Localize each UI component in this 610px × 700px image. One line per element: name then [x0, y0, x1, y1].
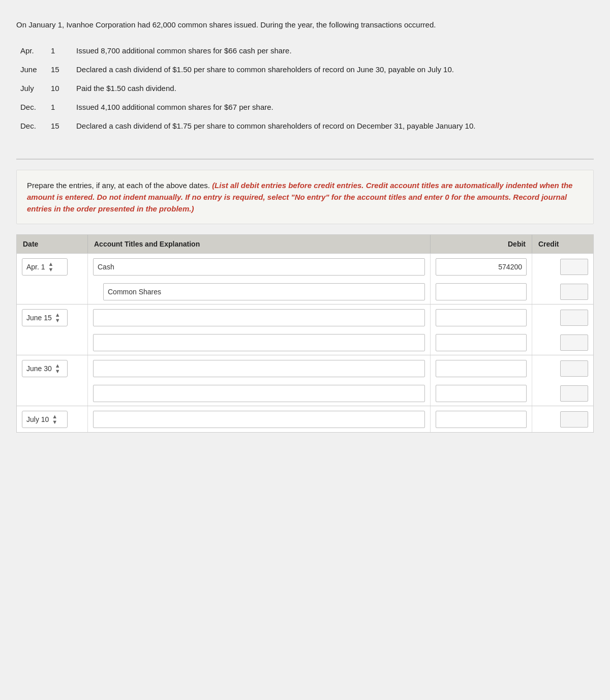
date-select-label-june15: June 15 — [26, 314, 52, 322]
credit-cell-july10[interactable] — [532, 406, 593, 432]
page: On January 1, Ivanhoe Corporation had 62… — [0, 0, 610, 700]
account-cell-apr1-commonshares[interactable] — [88, 280, 431, 304]
txn-desc-2: Declared a cash dividend of $1.50 per sh… — [72, 60, 594, 79]
date-cell-apr1: Apr. 1 ▲ ▼ — [17, 254, 88, 280]
credit-cell-june15-2[interactable] — [532, 330, 593, 355]
debit-input-apr1-commonshares[interactable] — [436, 283, 527, 300]
account-cell-june30-2[interactable] — [88, 381, 431, 406]
date-cell-apr1-empty — [17, 280, 88, 304]
account-input-apr1-commonshares[interactable] — [103, 283, 425, 300]
transaction-row-1: Apr. 1 Issued 8,700 additional common sh… — [16, 41, 594, 60]
credit-cell-june30-1[interactable] — [532, 355, 593, 381]
debit-input-june15-2[interactable] — [436, 334, 527, 351]
transaction-row-5: Dec. 15 Declared a cash dividend of $1.7… — [16, 116, 594, 135]
txn-day-3: 10 — [47, 79, 72, 98]
txn-month-3: July — [16, 79, 47, 98]
header-date: Date — [17, 235, 88, 253]
date-select-label-june30: June 30 — [26, 364, 52, 373]
credit-cell-june30-2[interactable] — [532, 381, 593, 406]
date-cell-june30-empty — [17, 381, 88, 406]
journal-row-june30-2 — [17, 381, 593, 406]
txn-desc-5: Declared a cash dividend of $1.75 per sh… — [72, 116, 594, 135]
debit-cell-apr1-commonshares[interactable] — [431, 280, 532, 304]
credit-cell-apr1-commonshares[interactable] — [532, 280, 593, 304]
date-select-label-july10: July 10 — [26, 415, 49, 423]
credit-box-apr1-commonshares — [560, 284, 588, 300]
txn-month-2: June — [16, 60, 47, 79]
account-input-june30-1[interactable] — [93, 360, 425, 377]
credit-box-june15-1 — [560, 310, 588, 326]
journal-header: Date Account Titles and Explanation Debi… — [17, 235, 593, 253]
txn-month-5: Dec. — [16, 116, 47, 135]
date-arrows-apr1: ▲ ▼ — [48, 261, 54, 272]
txn-day-1: 1 — [47, 41, 72, 60]
date-select-june30[interactable]: June 30 ▲ ▼ — [22, 360, 68, 377]
debit-cell-june15-2[interactable] — [431, 330, 532, 355]
credit-cell-june15-1[interactable] — [532, 305, 593, 330]
date-select-june15[interactable]: June 15 ▲ ▼ — [22, 309, 68, 326]
account-input-june15-2[interactable] — [93, 334, 425, 351]
txn-day-4: 1 — [47, 98, 72, 116]
debit-cell-june15-1[interactable] — [431, 305, 532, 330]
debit-input-july10[interactable] — [436, 411, 527, 428]
txn-day-5: 15 — [47, 116, 72, 135]
header-debit: Debit — [431, 235, 532, 253]
section-divider — [16, 159, 594, 160]
debit-cell-june30-1[interactable] — [431, 355, 532, 381]
account-cell-apr1-cash[interactable] — [88, 254, 431, 280]
txn-desc-3: Paid the $1.50 cash dividend. — [72, 79, 594, 98]
txn-desc-4: Issued 4,100 additional common shares fo… — [72, 98, 594, 116]
txn-month-1: Apr. — [16, 41, 47, 60]
header-credit: Credit — [532, 235, 593, 253]
instructions-prefix: Prepare the entries, if any, at each of … — [27, 181, 210, 190]
credit-box-june30-1 — [560, 360, 588, 377]
journal-row-june30-1: June 30 ▲ ▼ — [17, 355, 593, 381]
date-select-label-apr1: Apr. 1 — [26, 263, 45, 271]
journal-row-june15-2 — [17, 330, 593, 355]
transactions-table: Apr. 1 Issued 8,700 additional common sh… — [16, 41, 594, 135]
account-input-apr1-cash[interactable] — [93, 258, 425, 276]
debit-input-apr1-cash[interactable] — [436, 258, 527, 276]
credit-cell-apr1-cash[interactable] — [532, 254, 593, 280]
account-input-july10[interactable] — [93, 411, 425, 428]
date-select-july10[interactable]: July 10 ▲ ▼ — [22, 411, 68, 428]
instructions-text: Prepare the entries, if any, at each of … — [27, 179, 583, 215]
credit-box-july10 — [560, 411, 588, 428]
intro-box: On January 1, Ivanhoe Corporation had 62… — [16, 14, 594, 148]
credit-box-june30-2 — [560, 385, 588, 402]
debit-input-june30-1[interactable] — [436, 360, 527, 377]
date-select-apr1[interactable]: Apr. 1 ▲ ▼ — [22, 258, 68, 276]
header-account: Account Titles and Explanation — [88, 235, 431, 253]
date-arrows-june15: ▲ ▼ — [55, 312, 60, 323]
txn-desc-1: Issued 8,700 additional common shares fo… — [72, 41, 594, 60]
account-cell-july10[interactable] — [88, 406, 431, 432]
credit-box-june15-2 — [560, 334, 588, 351]
journal-table: Date Account Titles and Explanation Debi… — [16, 234, 594, 433]
instructions-box: Prepare the entries, if any, at each of … — [16, 170, 594, 225]
date-cell-june15-empty — [17, 330, 88, 355]
date-cell-june30: June 30 ▲ ▼ — [17, 355, 88, 381]
debit-cell-june30-2[interactable] — [431, 381, 532, 406]
account-cell-june15-2[interactable] — [88, 330, 431, 355]
date-cell-july10: July 10 ▲ ▼ — [17, 406, 88, 432]
intro-text: On January 1, Ivanhoe Corporation had 62… — [16, 19, 594, 31]
credit-box-apr1-cash — [560, 259, 588, 275]
date-cell-june15: June 15 ▲ ▼ — [17, 305, 88, 330]
transaction-row-3: July 10 Paid the $1.50 cash dividend. — [16, 79, 594, 98]
account-cell-june15-1[interactable] — [88, 305, 431, 330]
date-arrows-july10: ▲ ▼ — [52, 414, 57, 425]
debit-cell-apr1-cash[interactable] — [431, 254, 532, 280]
journal-row-apr1-cash: Apr. 1 ▲ ▼ — [17, 253, 593, 280]
account-cell-june30-1[interactable] — [88, 355, 431, 381]
debit-input-june15-1[interactable] — [436, 309, 527, 326]
journal-row-july10: July 10 ▲ ▼ — [17, 406, 593, 432]
transaction-row-4: Dec. 1 Issued 4,100 additional common sh… — [16, 98, 594, 116]
debit-cell-july10[interactable] — [431, 406, 532, 432]
journal-row-apr1-commonshares — [17, 280, 593, 304]
account-input-june30-2[interactable] — [93, 385, 425, 402]
txn-month-4: Dec. — [16, 98, 47, 116]
date-arrows-june30: ▲ ▼ — [55, 363, 60, 374]
account-input-june15-1[interactable] — [93, 309, 425, 326]
debit-input-june30-2[interactable] — [436, 385, 527, 402]
txn-day-2: 15 — [47, 60, 72, 79]
